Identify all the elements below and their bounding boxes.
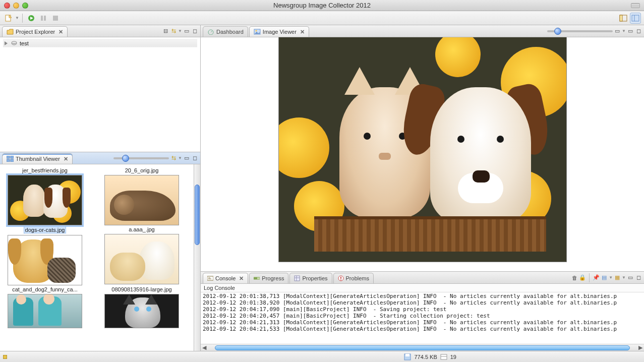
scroll-lock-button[interactable]: 🔒 <box>579 274 586 281</box>
thumbnail-image[interactable] <box>8 235 82 285</box>
view-layout-button[interactable]: ▭ <box>614 28 621 35</box>
tab-problems[interactable]: Problems <box>333 273 374 283</box>
thumbnail-scrollbar[interactable] <box>194 164 200 351</box>
thumbnail-image[interactable] <box>8 175 82 225</box>
thumbnail-scroll-area[interactable]: jer_bestfriends.jpg <box>0 164 194 351</box>
thumbnail-caption: dogs-or-cats.jpg <box>24 226 67 233</box>
thumbnail-zoom-slider[interactable] <box>113 157 169 159</box>
view-menu-icon[interactable]: ▼ <box>622 29 626 33</box>
tab-project-explorer[interactable]: Project Explorer ✕ <box>2 26 68 37</box>
dropdown-arrow-icon[interactable]: ▼ <box>15 16 19 20</box>
svg-rect-13 <box>7 159 10 162</box>
maximize-view-button[interactable]: ◻ <box>635 28 642 35</box>
main-image[interactable] <box>278 37 567 262</box>
thumbnail-image[interactable] <box>104 175 179 225</box>
image-icon <box>254 29 261 35</box>
svg-rect-4 <box>53 16 58 21</box>
scroll-right-arrow-icon[interactable]: ▶ <box>637 344 644 351</box>
minimize-view-button[interactable]: ▭ <box>183 28 190 35</box>
svg-line-16 <box>211 31 212 32</box>
image-zoom-slider[interactable] <box>547 30 613 32</box>
thumbnail-item[interactable]: 080908135916-large.jpg <box>99 286 185 328</box>
svg-rect-3 <box>44 16 46 21</box>
tab-label: Problems <box>346 275 369 281</box>
svg-rect-2 <box>41 16 43 21</box>
maximize-view-button[interactable]: ◻ <box>191 28 198 35</box>
tab-properties[interactable]: Properties <box>289 273 332 283</box>
console-view: Console ✕ Progress Properties Problems <box>201 272 644 351</box>
open-console-button[interactable]: ▦ <box>614 274 621 281</box>
tab-progress[interactable]: Progress <box>249 273 288 283</box>
scrollbar-thumb[interactable] <box>215 345 630 350</box>
thumbnail-item[interactable]: cat_and_dog2_funny_ca... <box>2 286 88 328</box>
thumbnail-image[interactable] <box>104 234 179 284</box>
tab-label: Thumbnail Viewer <box>16 156 60 162</box>
tab-image-viewer[interactable]: Image Viewer ✕ <box>249 26 309 37</box>
close-icon[interactable]: ✕ <box>239 275 244 282</box>
svg-rect-31 <box>405 354 409 356</box>
collapse-all-button[interactable]: ⊟ <box>162 28 169 35</box>
minimize-view-button[interactable]: ▭ <box>627 274 634 281</box>
minimize-view-button[interactable]: ▭ <box>183 155 190 162</box>
expand-arrow-icon[interactable] <box>5 41 8 45</box>
progress-icon <box>254 275 260 281</box>
close-icon[interactable]: ✕ <box>300 29 305 35</box>
perspective-button[interactable] <box>630 13 641 24</box>
problems-icon <box>338 275 344 281</box>
new-button[interactable] <box>3 13 14 24</box>
main-toolbar: ▼ <box>0 11 644 25</box>
tab-console[interactable]: Console ✕ <box>203 273 248 283</box>
thumbnail-caption: 080908135916-large.jpg <box>111 286 171 292</box>
view-menu-icon[interactable]: ▼ <box>178 29 182 33</box>
thumbnail-image[interactable] <box>8 294 82 328</box>
maximize-view-button[interactable]: ◻ <box>635 274 642 281</box>
minimize-view-button[interactable]: ▭ <box>627 28 634 35</box>
thumbnail-viewer-view: Thumbnail Viewer ✕ ⇆ ▼ ▭ ◻ je <box>0 152 200 351</box>
project-tree[interactable]: test <box>0 37 200 49</box>
scrollbar-thumb[interactable] <box>195 185 200 245</box>
link-editor-button[interactable]: ⇆ <box>170 155 177 162</box>
stop-button[interactable] <box>50 13 61 24</box>
display-selected-button[interactable]: ▤ <box>601 274 608 281</box>
tab-label: Image Viewer <box>263 29 297 35</box>
status-indicator-icon <box>3 355 7 359</box>
svg-rect-19 <box>207 276 213 280</box>
tab-thumbnail-viewer[interactable]: Thumbnail Viewer ✕ <box>2 153 73 164</box>
svg-rect-6 <box>620 15 622 21</box>
close-icon[interactable]: ✕ <box>58 29 63 35</box>
window-titlebar: Newsgroup Image Collector 2012 <box>0 0 644 11</box>
thumbnail-caption: 20_6_orig.jpg <box>125 167 159 173</box>
console-icon <box>207 275 213 281</box>
tab-label: Project Explorer <box>16 29 55 35</box>
disk-icon <box>404 353 411 360</box>
thumbnail-item[interactable]: a.aaa_.jpg <box>99 226 185 285</box>
close-icon[interactable]: ✕ <box>64 156 68 162</box>
tab-label: Properties <box>302 275 327 281</box>
svg-rect-11 <box>7 156 10 158</box>
thumbnail-item[interactable]: dogs-or-cats.jpg <box>2 226 88 285</box>
thumbnail-item[interactable]: 20_6_orig.jpg <box>99 167 185 225</box>
svg-rect-32 <box>441 354 447 359</box>
view-menu-icon[interactable]: ▼ <box>178 156 182 160</box>
project-icon <box>11 40 18 46</box>
pause-button[interactable] <box>38 13 49 24</box>
scroll-left-arrow-icon[interactable]: ◀ <box>201 344 208 351</box>
folder-icon <box>7 29 14 35</box>
console-output[interactable]: 2012-09-12 20:01:38,713 [ModalContext][G… <box>201 292 644 344</box>
tab-dashboard[interactable]: Dashboard <box>203 26 248 37</box>
pin-console-button[interactable]: 📌 <box>593 274 600 281</box>
svg-point-18 <box>255 30 257 32</box>
clear-console-button[interactable]: 🗑 <box>571 274 578 281</box>
console-title: Log Console <box>201 284 644 292</box>
console-h-scrollbar[interactable]: ◀ ▶ <box>201 344 644 351</box>
link-editor-button[interactable]: ⇆ <box>170 28 177 35</box>
tree-item[interactable]: test <box>3 39 197 47</box>
maximize-view-button[interactable]: ◻ <box>191 155 198 162</box>
thumbnail-image[interactable] <box>104 294 179 328</box>
perspective-open-button[interactable] <box>618 13 629 24</box>
run-button[interactable] <box>26 13 37 24</box>
status-count: 19 <box>450 354 456 360</box>
svg-point-29 <box>340 279 341 280</box>
tree-item-label: test <box>20 40 29 46</box>
thumbnail-item[interactable]: jer_bestfriends.jpg <box>2 167 88 225</box>
